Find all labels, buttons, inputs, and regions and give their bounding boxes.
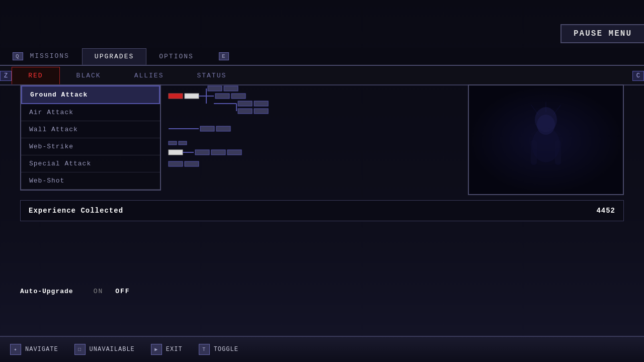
svg-line-33 xyxy=(531,105,538,115)
tab-missions[interactable]: Q MISSIONS xyxy=(0,48,82,65)
experience-value: 4452 xyxy=(596,207,615,215)
skill-ground-attack[interactable]: Ground Attack xyxy=(21,85,160,104)
auto-upgrade-on[interactable]: ON xyxy=(94,288,104,295)
sub-navigation: Z RED BLACK ALLIES STATUS C xyxy=(0,67,644,85)
unavailable-icon: □ xyxy=(74,344,86,355)
tab-red[interactable]: RED xyxy=(12,67,59,84)
svg-line-35 xyxy=(553,105,561,115)
tab-e[interactable]: E xyxy=(206,48,244,65)
svg-rect-20 xyxy=(179,141,187,145)
tab-status[interactable]: STATUS xyxy=(180,67,243,84)
main-content: Ground Attack Air Attack Wall Attack Web… xyxy=(20,84,624,332)
z-key: Z xyxy=(0,71,12,81)
character-silhouette xyxy=(516,100,576,180)
svg-rect-17 xyxy=(200,126,214,131)
top-navigation: Q MISSIONS UPGRADES OPTIONS E xyxy=(0,48,644,66)
unavailable-label: UNAVAILABLE xyxy=(90,346,135,353)
control-navigate: ✦ NAVIGATE xyxy=(10,344,58,355)
auto-upgrade-label: Auto-Upgrade xyxy=(20,288,73,295)
svg-rect-8 xyxy=(215,94,229,99)
skill-web-strike[interactable]: Web-Strike xyxy=(21,138,160,155)
auto-upgrade-row: Auto-Upgrade ON OFF xyxy=(20,284,624,299)
pause-menu-label: PAUSE MENU xyxy=(560,24,644,43)
svg-rect-9 xyxy=(231,94,246,99)
svg-rect-21 xyxy=(169,150,183,155)
svg-point-32 xyxy=(537,115,555,135)
svg-rect-27 xyxy=(185,161,199,166)
toggle-icon: T xyxy=(199,344,210,355)
navigate-icon: ✦ xyxy=(10,344,21,355)
svg-rect-24 xyxy=(211,150,225,155)
skill-web-shot[interactable]: Web-Shot xyxy=(21,172,160,190)
skill-air-attack[interactable]: Air Attack xyxy=(21,104,160,121)
control-exit: ▶ EXIT xyxy=(151,344,183,355)
auto-upgrade-off[interactable]: OFF xyxy=(115,288,130,295)
control-unavailable: □ UNAVAILABLE xyxy=(74,344,135,355)
navigate-label: NAVIGATE xyxy=(25,346,58,353)
c-key: C xyxy=(632,71,644,81)
svg-rect-1 xyxy=(185,94,199,99)
exit-icon: ▶ xyxy=(151,344,162,355)
upgrade-tree xyxy=(166,84,312,195)
experience-label: Experience Collected xyxy=(29,207,596,215)
svg-rect-19 xyxy=(169,141,177,145)
control-toggle: T TOGGLE xyxy=(199,344,238,355)
svg-rect-23 xyxy=(195,150,209,155)
svg-rect-30 xyxy=(531,140,537,165)
tab-upgrades[interactable]: UPGRADES xyxy=(82,48,146,65)
svg-rect-26 xyxy=(169,161,183,166)
svg-rect-4 xyxy=(208,86,222,91)
svg-rect-0 xyxy=(169,94,183,99)
toggle-label: TOGGLE xyxy=(214,346,238,353)
skill-wall-attack[interactable]: Wall Attack xyxy=(21,121,160,138)
experience-row: Experience Collected 4452 xyxy=(20,200,624,221)
tab-allies[interactable]: ALLIES xyxy=(118,67,181,84)
tab-options[interactable]: OPTIONS xyxy=(146,48,206,65)
svg-rect-12 xyxy=(254,101,268,106)
preview-box xyxy=(468,84,624,195)
svg-rect-14 xyxy=(238,109,252,114)
e-key-icon: E xyxy=(219,52,229,60)
tab-black[interactable]: BLACK xyxy=(60,67,118,84)
svg-rect-31 xyxy=(555,140,561,165)
q-key-icon: Q xyxy=(13,52,23,60)
skill-special-attack[interactable]: Special Attack xyxy=(21,155,160,172)
bottom-control-bar: ✦ NAVIGATE □ UNAVAILABLE ▶ EXIT T TOGGLE xyxy=(0,336,644,362)
svg-rect-25 xyxy=(227,150,242,155)
preview-inner xyxy=(469,85,623,194)
svg-rect-18 xyxy=(216,126,230,131)
exit-label: EXIT xyxy=(166,346,183,353)
skill-list: Ground Attack Air Attack Wall Attack Web… xyxy=(20,84,161,191)
svg-rect-15 xyxy=(254,109,268,114)
svg-rect-11 xyxy=(238,101,252,106)
svg-rect-5 xyxy=(224,86,238,91)
